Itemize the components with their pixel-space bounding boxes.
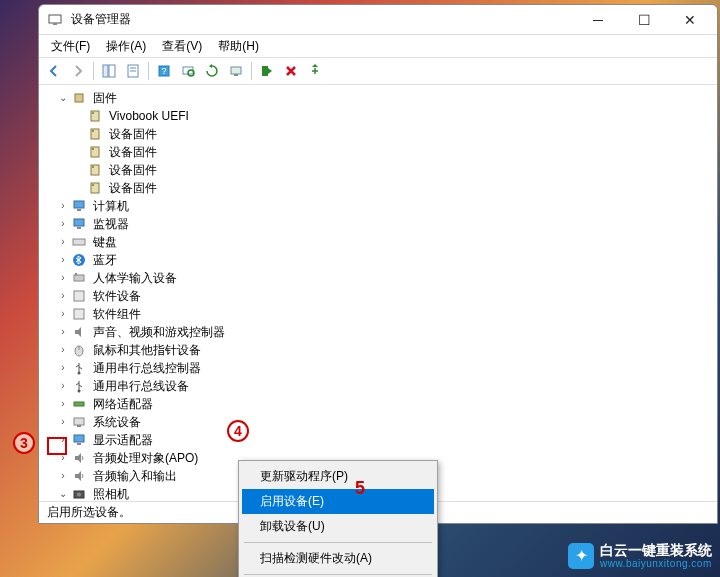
tree-expander[interactable]: › xyxy=(55,305,71,323)
tree-expander[interactable]: › xyxy=(55,449,71,467)
software-icon xyxy=(71,288,87,304)
cm-enable-device[interactable]: 启用设备(E) xyxy=(242,489,434,514)
keyboard-icon xyxy=(71,234,87,250)
tb-console-tree[interactable] xyxy=(98,60,120,82)
toolbar: ? xyxy=(39,57,717,85)
svg-rect-24 xyxy=(92,184,94,186)
tree-category-2[interactable]: › 键盘 xyxy=(47,233,709,251)
tree-item-label: 人体学输入设备 xyxy=(91,269,179,287)
tree-expander[interactable]: › xyxy=(55,197,71,215)
tree-expander[interactable]: › xyxy=(55,215,71,233)
status-text: 启用所选设备。 xyxy=(47,504,131,521)
tb-properties[interactable] xyxy=(122,60,144,82)
tb-add-icon[interactable] xyxy=(304,60,326,82)
svg-point-38 xyxy=(78,390,81,393)
device-manager-window: 设备管理器 ─ ☐ ✕ 文件(F) 操作(A) 查看(V) 帮助(H) ? ⌄ … xyxy=(38,4,718,524)
svg-rect-27 xyxy=(74,219,84,226)
tree-category-12[interactable]: › 系统设备 xyxy=(47,413,709,431)
tb-exit-icon[interactable] xyxy=(256,60,278,82)
tree-item-label: 照相机 xyxy=(91,485,131,501)
tree-firmware-child-4[interactable]: 设备固件 xyxy=(47,179,709,197)
tb-delete-icon[interactable] xyxy=(280,60,302,82)
tree-expander[interactable]: › xyxy=(55,359,71,377)
close-button[interactable]: ✕ xyxy=(667,5,713,35)
software-icon xyxy=(71,306,87,322)
tree-category-8[interactable]: › 鼠标和其他指针设备 xyxy=(47,341,709,359)
menu-action[interactable]: 操作(A) xyxy=(98,36,154,57)
svg-rect-20 xyxy=(92,148,94,150)
tree-firmware-child-1[interactable]: 设备固件 xyxy=(47,125,709,143)
svg-point-37 xyxy=(78,372,81,375)
tree-item-label: 软件设备 xyxy=(91,287,143,305)
tree-expander[interactable]: › xyxy=(55,341,71,359)
tree-firmware[interactable]: ⌄ 固件 xyxy=(47,89,709,107)
forward-button[interactable] xyxy=(67,60,89,82)
tree-expander[interactable]: › xyxy=(55,251,71,269)
svg-rect-42 xyxy=(74,435,84,442)
svg-rect-16 xyxy=(92,112,94,114)
svg-rect-39 xyxy=(74,402,84,406)
maximize-button[interactable]: ☐ xyxy=(621,5,667,35)
tree-category-13[interactable]: › 显示适配器 xyxy=(47,431,709,449)
tree-item-label: 键盘 xyxy=(91,233,119,251)
tree-category-5[interactable]: › 软件设备 xyxy=(47,287,709,305)
watermark: ✦ 白云一键重装系统 www.baiyunxitong.com xyxy=(568,543,712,569)
menu-view[interactable]: 查看(V) xyxy=(154,36,210,57)
tree-expander[interactable]: ⌄ xyxy=(55,485,71,501)
tb-help[interactable]: ? xyxy=(153,60,175,82)
tree-firmware-child-2[interactable]: 设备固件 xyxy=(47,143,709,161)
camera-icon xyxy=(71,486,87,501)
tree-item-label: 系统设备 xyxy=(91,413,143,431)
tree-expander[interactable]: › xyxy=(55,233,71,251)
tree-firmware-child-0[interactable]: Vivobook UEFI xyxy=(47,107,709,125)
tree-expander[interactable]: › xyxy=(55,431,71,449)
tree-expander[interactable]: ⌄ xyxy=(55,89,71,107)
tree-item-label: 软件组件 xyxy=(91,305,143,323)
tree-category-4[interactable]: › 人体学输入设备 xyxy=(47,269,709,287)
tree-expander[interactable]: › xyxy=(55,413,71,431)
cm-update-driver[interactable]: 更新驱动程序(P) xyxy=(242,464,434,489)
tree-category-6[interactable]: › 软件组件 xyxy=(47,305,709,323)
tree-expander[interactable]: › xyxy=(55,269,71,287)
display-icon xyxy=(71,432,87,448)
sound-icon xyxy=(71,324,87,340)
tree-category-10[interactable]: › 通用串行总线设备 xyxy=(47,377,709,395)
tree-category-0[interactable]: › 计算机 xyxy=(47,197,709,215)
minimize-button[interactable]: ─ xyxy=(575,5,621,35)
firmware-icon xyxy=(87,180,103,196)
tree-expander[interactable]: › xyxy=(55,395,71,413)
back-button[interactable] xyxy=(43,60,65,82)
app-icon xyxy=(47,12,63,28)
tb-update-icon[interactable] xyxy=(201,60,223,82)
menu-file[interactable]: 文件(F) xyxy=(43,36,98,57)
svg-rect-28 xyxy=(77,227,81,229)
tree-category-3[interactable]: › 蓝牙 xyxy=(47,251,709,269)
tb-enable-icon[interactable] xyxy=(225,60,247,82)
tree-expander[interactable]: › xyxy=(55,323,71,341)
tree-firmware-child-3[interactable]: 设备固件 xyxy=(47,161,709,179)
svg-rect-0 xyxy=(49,15,61,23)
mouse-icon xyxy=(71,342,87,358)
tb-scan-icon[interactable] xyxy=(177,60,199,82)
tree-category-7[interactable]: › 声音、视频和游戏控制器 xyxy=(47,323,709,341)
watermark-title: 白云一键重装系统 xyxy=(600,543,712,558)
monitor-icon xyxy=(71,198,87,214)
cm-uninstall[interactable]: 卸载设备(U) xyxy=(242,514,434,539)
tree-item-label: 音频输入和输出 xyxy=(91,467,179,485)
tree-expander[interactable]: › xyxy=(55,377,71,395)
tree-item-label: 设备固件 xyxy=(107,125,159,143)
svg-rect-34 xyxy=(74,309,84,319)
tree-category-11[interactable]: › 网络适配器 xyxy=(47,395,709,413)
tree-expander[interactable]: › xyxy=(55,287,71,305)
device-tree[interactable]: ⌄ 固件 Vivobook UEFI 设备固件 设备固件 设备固件 设备固件 ›… xyxy=(39,85,717,501)
svg-rect-41 xyxy=(77,425,81,427)
menu-help[interactable]: 帮助(H) xyxy=(210,36,267,57)
tree-category-9[interactable]: › 通用串行总线控制器 xyxy=(47,359,709,377)
tree-expander[interactable]: › xyxy=(55,467,71,485)
tree-item-label: 通用串行总线控制器 xyxy=(91,359,203,377)
tree-category-1[interactable]: › 监视器 xyxy=(47,215,709,233)
svg-rect-25 xyxy=(74,201,84,208)
cm-scan[interactable]: 扫描检测硬件改动(A) xyxy=(242,546,434,571)
tree-item-label: Vivobook UEFI xyxy=(107,107,191,125)
titlebar: 设备管理器 ─ ☐ ✕ xyxy=(39,5,717,35)
